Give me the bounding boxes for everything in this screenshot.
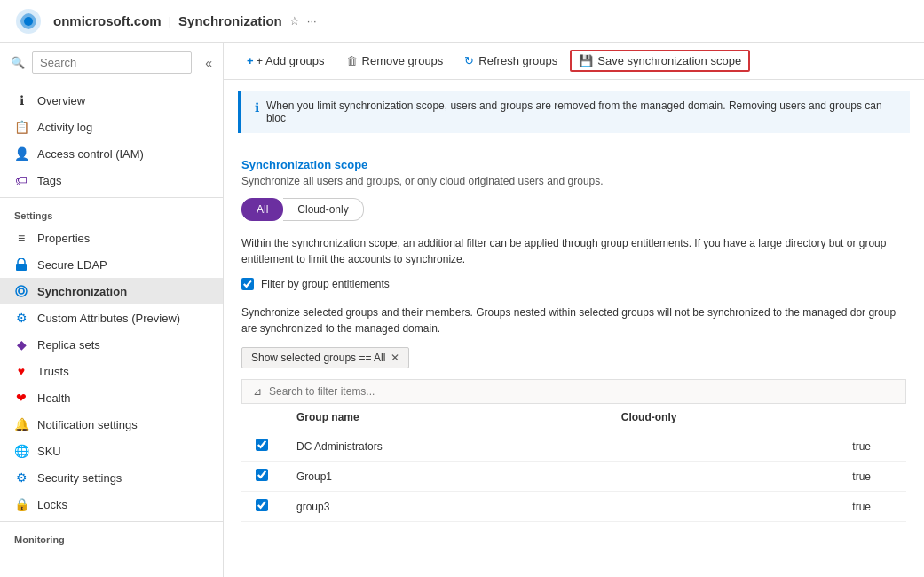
sidebar-item-label: Properties	[37, 232, 90, 245]
sidebar-item-synchronization[interactable]: Synchronization	[0, 278, 223, 304]
filter-label: Filter by group entitlements	[261, 278, 390, 290]
collapse-button[interactable]: «	[205, 56, 212, 70]
sidebar-item-properties[interactable]: ≡ Properties	[0, 225, 223, 251]
content-body: ℹ When you limit synchronization scope, …	[224, 80, 924, 577]
table-row: group3 true	[241, 492, 906, 522]
sidebar-item-label: SKU	[37, 445, 61, 458]
sidebar-item-label: Locks	[37, 498, 67, 511]
sidebar: 🔍 « ℹ Overview 📋 Activity log 👤 Access c…	[0, 43, 224, 577]
search-filter-input[interactable]	[269, 385, 895, 398]
table-row: DC Administrators true	[241, 431, 906, 462]
sync-scope-desc: Synchronize all users and groups, or onl…	[241, 175, 906, 187]
iam-icon: 👤	[14, 146, 28, 161]
monitoring-divider	[0, 521, 223, 522]
sidebar-item-label: Secure LDAP	[37, 258, 107, 272]
sidebar-item-sku[interactable]: 🌐 SKU	[0, 438, 223, 464]
title-separator: |	[169, 14, 171, 28]
content-area: + + Add groups 🗑 Remove groups ↻ Refresh…	[224, 43, 924, 577]
sidebar-item-label: Notification settings	[37, 418, 138, 431]
remove-groups-button[interactable]: 🗑 Remove groups	[337, 50, 453, 72]
sidebar-item-overview[interactable]: ℹ Overview	[0, 87, 223, 114]
save-scope-label: Save synchronization scope	[597, 54, 741, 67]
notification-icon: 🔔	[14, 417, 28, 431]
sidebar-item-replica-sets[interactable]: ◆ Replica sets	[0, 331, 223, 358]
row-checkbox[interactable]	[256, 469, 268, 481]
sidebar-item-tags[interactable]: 🏷 Tags	[0, 167, 223, 194]
row-check-cell[interactable]	[241, 492, 282, 522]
locks-icon: 🔒	[14, 497, 28, 511]
row-group-name: DC Administrators	[282, 431, 607, 462]
sync-scope-title: Synchronization scope	[241, 158, 906, 171]
sidebar-item-health[interactable]: ❤ Health	[0, 384, 223, 411]
save-scope-button[interactable]: 💾 Save synchronization scope	[570, 50, 750, 72]
sidebar-item-security-settings[interactable]: ⚙ Security settings	[0, 464, 223, 491]
more-options-icon[interactable]: ···	[307, 14, 317, 28]
filter-chip-close[interactable]: ✕	[391, 352, 399, 364]
row-check-cell[interactable]	[241, 462, 282, 492]
header-icons[interactable]: ☆ ···	[289, 14, 317, 28]
row-group-name: group3	[282, 492, 607, 522]
filter-chip-text: Show selected groups == All	[251, 352, 385, 364]
toolbar: + + Add groups 🗑 Remove groups ↻ Refresh…	[224, 43, 924, 80]
search-filter-bar: ⊿	[241, 379, 906, 404]
sidebar-item-custom-attributes[interactable]: ⚙ Custom Attributes (Preview)	[0, 304, 223, 331]
svg-point-1	[24, 17, 33, 26]
scope-toggle-group: All Cloud-only	[241, 198, 906, 221]
sidebar-item-notification-settings[interactable]: 🔔 Notification settings	[0, 411, 223, 438]
table-row: Group1 true	[241, 462, 906, 492]
sidebar-item-label: Security settings	[37, 471, 122, 485]
save-scope-icon: 💾	[579, 54, 593, 67]
table-header-group-name: Group name	[282, 404, 607, 431]
refresh-groups-label: Refresh groups	[478, 54, 557, 67]
sidebar-item-label: Health	[37, 391, 71, 405]
sidebar-item-label: Replica sets	[37, 338, 100, 352]
star-icon[interactable]: ☆	[289, 14, 300, 28]
overview-icon: ℹ	[14, 93, 28, 107]
security-settings-icon: ⚙	[14, 470, 28, 485]
add-groups-button[interactable]: + + Add groups	[238, 50, 334, 72]
trusts-icon: ♥	[14, 364, 28, 378]
sidebar-item-label: Trusts	[37, 365, 69, 378]
filter-icon: ⊿	[253, 385, 262, 398]
nav-divider	[0, 197, 223, 198]
settings-section-label: Settings	[0, 202, 223, 225]
page-title: Synchronization	[178, 13, 282, 28]
sidebar-item-label: Access control (IAM)	[37, 147, 144, 161]
main-layout: 🔍 « ℹ Overview 📋 Activity log 👤 Access c…	[0, 43, 924, 577]
row-group-name: Group1	[282, 462, 607, 492]
row-check-cell[interactable]	[241, 431, 282, 462]
toggle-all-button[interactable]: All	[241, 198, 283, 221]
secure-ldap-icon	[14, 257, 28, 272]
sync-scope-section: Synchronization scope Synchronize all us…	[224, 144, 924, 536]
info-banner-text: When you limit synchronization scope, us…	[266, 99, 896, 124]
table-header-cloud-only: Cloud-only	[607, 404, 906, 431]
svg-point-3	[16, 286, 27, 296]
sidebar-item-locks[interactable]: 🔒 Locks	[0, 491, 223, 518]
toggle-cloud-only-button[interactable]: Cloud-only	[283, 198, 363, 221]
sidebar-item-activity-log[interactable]: 📋 Activity log	[0, 114, 223, 140]
sidebar-item-secure-ldap[interactable]: Secure LDAP	[0, 251, 223, 278]
health-icon: ❤	[14, 391, 28, 405]
properties-icon: ≡	[14, 231, 28, 245]
remove-groups-label: Remove groups	[362, 54, 444, 67]
row-checkbox[interactable]	[256, 439, 268, 451]
search-input[interactable]	[32, 51, 192, 74]
app-logo	[14, 7, 43, 36]
sidebar-item-trusts[interactable]: ♥ Trusts	[0, 358, 223, 384]
filter-checkbox[interactable]	[241, 278, 254, 290]
search-icon: 🔍	[11, 56, 25, 69]
sidebar-item-label: Overview	[37, 94, 85, 107]
activity-log-icon: 📋	[14, 120, 28, 134]
svg-rect-2	[16, 264, 27, 271]
sidebar-item-label: Activity log	[37, 121, 92, 134]
filter-description-text: Within the synchronization scope, an add…	[241, 235, 906, 267]
sidebar-item-access-control[interactable]: 👤 Access control (IAM)	[0, 140, 223, 167]
sidebar-item-label: Custom Attributes (Preview)	[37, 312, 180, 325]
row-cloud-only: true	[607, 431, 906, 462]
refresh-groups-button[interactable]: ↻ Refresh groups	[455, 50, 566, 72]
monitoring-section-label: Monitoring	[0, 526, 223, 549]
row-checkbox[interactable]	[256, 499, 268, 511]
add-groups-icon: +	[247, 54, 254, 67]
top-header: onmicrosoft.com | Synchronization ☆ ···	[0, 0, 924, 43]
replica-sets-icon: ◆	[14, 337, 28, 352]
